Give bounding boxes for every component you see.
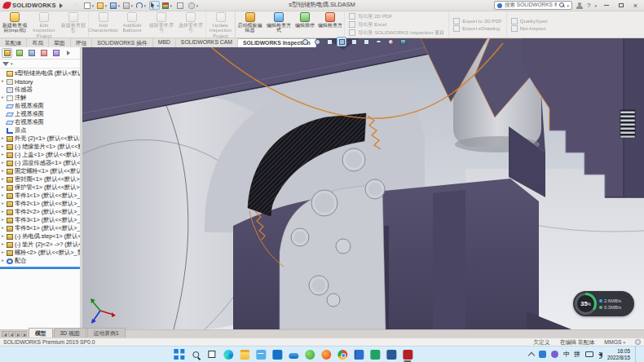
ribbon-tab[interactable]: 草图: [49, 38, 71, 47]
app-green-icon[interactable]: [304, 349, 315, 360]
propertymanager-tab[interactable]: [14, 48, 24, 58]
tree-row[interactable]: (-) 热电偶.step<1> (默认<<默认: [0, 232, 80, 241]
tree-row[interactable]: 注解: [0, 94, 80, 102]
search-input[interactable]: 搜索 SOLIDWORKS 帮助: [494, 1, 572, 10]
display-style-icon[interactable]: [361, 37, 371, 46]
zoom-area-icon[interactable]: [312, 37, 322, 46]
options-icon[interactable]: [188, 1, 199, 10]
mail-icon[interactable]: [255, 349, 266, 360]
new-doc-icon[interactable]: [84, 1, 95, 10]
ribbon-button[interactable]: 新建检查项目(imp;纸): [0, 11, 29, 38]
tray-expand-icon[interactable]: [528, 351, 535, 358]
ribbon-tab[interactable]: 布局: [27, 38, 49, 47]
ribbon-button[interactable]: 启动模板编辑器: [235, 11, 264, 38]
ribbon-button[interactable]: Add Characteristic: [88, 11, 117, 38]
export-item[interactable]: 导出至 Excel: [349, 21, 444, 29]
tree-row[interactable]: 前视基准面: [0, 102, 80, 110]
tree-row[interactable]: 固定螺栓<1> (默认<<默认>_显示: [0, 167, 80, 175]
ribbon-tab[interactable]: 评估: [71, 38, 93, 47]
ribbon-button[interactable]: 新建检查报告: [59, 11, 88, 38]
ribbon-tab[interactable]: SOLIDWORKS 插件: [92, 38, 153, 47]
tree-row[interactable]: 零件1<1> (默认<<默认>_显示状态: [0, 192, 80, 200]
document-tab[interactable]: 运动算例1: [87, 328, 126, 338]
displaymanager-tab[interactable]: [51, 48, 61, 58]
rebuild-icon[interactable]: [162, 1, 173, 10]
tree-row[interactable]: 零件2<2> (默认<<默认>_显示状态: [0, 208, 80, 216]
tree-row[interactable]: 上视基准面: [0, 110, 80, 118]
search-icon[interactable]: [559, 2, 565, 8]
tree-row[interactable]: 密封圈<1> (默认<<默认>_显示状: [0, 175, 80, 183]
home-icon[interactable]: [71, 1, 82, 10]
tree-row[interactable]: 保护管<1> (默认<<默认>_显示状: [0, 183, 80, 192]
zoom-fit-icon[interactable]: [300, 37, 310, 46]
undo-icon[interactable]: [136, 1, 147, 10]
tree-row[interactable]: 零件3<1> (默认<<默认>_显示状态: [0, 216, 80, 224]
tree-row[interactable]: 传感器: [0, 86, 80, 94]
touch-keyboard-icon[interactable]: [585, 351, 593, 357]
tree-row[interactable]: (-) 垫片 (2)<2> ->? (默认<<默认: [0, 241, 80, 249]
eye-icon[interactable]: [373, 37, 383, 46]
notes-icon[interactable]: [353, 349, 364, 360]
tag-icon[interactable]: [635, 339, 641, 345]
ribbon-button[interactable]: 编辑检查方: [316, 11, 344, 38]
flyout-arrow-icon[interactable]: [60, 3, 63, 8]
panel-flyout-arrow-icon[interactable]: [63, 48, 73, 58]
ime-indicator[interactable]: 拼: [574, 350, 580, 359]
performance-overlay[interactable]: 35 % 2.6MB/s 0.3MB/s: [573, 291, 634, 316]
export-item[interactable]: 导出至 SOLIDWORKS Inspection 项目: [349, 29, 444, 37]
close-button[interactable]: ×: [630, 1, 641, 10]
export-item[interactable]: Export to 3D PDF: [453, 18, 502, 24]
appearance-icon[interactable]: [386, 37, 395, 46]
tree-row[interactable]: 配合: [0, 257, 80, 265]
help-dropdown-icon[interactable]: [594, 2, 597, 9]
edge-icon[interactable]: [223, 349, 233, 360]
taskbar-clock[interactable]: 16:05 2022/8/15: [607, 348, 630, 360]
document-tab[interactable]: 模型: [29, 328, 53, 338]
tb-search-icon[interactable]: [190, 349, 201, 360]
ribbon-tab[interactable]: SOLIDWORKS CAM: [176, 38, 238, 47]
tree-row[interactable]: 零件2<1> (默认<<默认>_显示状态: [0, 200, 80, 208]
export-item[interactable]: QualityXpert: [511, 18, 548, 24]
ribbon-button[interactable]: Add/Edit Balloons: [117, 11, 147, 38]
ribbon-button[interactable]: 编辑操作: [293, 11, 316, 38]
tree-row[interactable]: 螺栓<2> (默认<<默认>_显示状态: [0, 249, 80, 257]
view-cube-icon[interactable]: [349, 37, 359, 46]
ime-indicator[interactable]: 中: [563, 350, 570, 359]
ribbon-button[interactable]: 选择零件序号: [176, 11, 205, 38]
ribbon-button[interactable]: Edit Inspection Project: [29, 11, 59, 38]
show-desktop-button[interactable]: [635, 347, 637, 362]
open-icon[interactable]: [97, 1, 108, 10]
rollback-bar[interactable]: [0, 267, 80, 269]
taskview-icon[interactable]: [206, 349, 217, 360]
start-icon[interactable]: [174, 349, 184, 360]
save-icon[interactable]: [110, 1, 121, 10]
sw-icon[interactable]: [402, 349, 412, 360]
viewport-3d[interactable]: [82, 38, 644, 329]
scene-icon[interactable]: [398, 37, 408, 46]
tree-row[interactable]: 原点: [0, 126, 80, 135]
tree-row[interactable]: (-) 温度传感器<1> (默认<<默认>_: [0, 159, 80, 167]
file-props-icon[interactable]: [175, 1, 186, 10]
ribbon-button[interactable]: 编辑检查方式: [264, 11, 293, 38]
dimxpertmanager-tab[interactable]: [38, 48, 49, 58]
export-item[interactable]: Net-Inspect: [511, 25, 548, 32]
tree-row[interactable]: s型铂铑热电偶 (默认<默认_显示状态-1: [0, 69, 80, 77]
ribbon-tab[interactable]: 装配体: [0, 38, 27, 47]
onedrive-icon[interactable]: [288, 349, 298, 360]
chrome-icon[interactable]: [337, 349, 347, 360]
explorer-icon[interactable]: [239, 349, 249, 360]
tray-app-purple-icon[interactable]: [551, 351, 558, 358]
prev-view-icon[interactable]: [324, 37, 334, 46]
ribbon-tab[interactable]: MBD: [153, 38, 176, 47]
app-s-icon[interactable]: [369, 349, 380, 360]
configurationmanager-tab[interactable]: [26, 48, 37, 58]
tree-row[interactable]: 零件5<1> (默认<<默认>_显示状态: [0, 224, 80, 232]
print-icon[interactable]: [123, 1, 134, 10]
featuremanager-tab[interactable]: [2, 48, 12, 58]
tree-row[interactable]: 右视基准面: [0, 118, 80, 126]
tree-row[interactable]: History: [0, 77, 80, 86]
units-selector[interactable]: MMGS: [604, 339, 625, 345]
word-icon[interactable]: [386, 349, 396, 360]
section-view-icon[interactable]: [337, 37, 346, 46]
tab-scroll-buttons[interactable]: [0, 331, 29, 338]
